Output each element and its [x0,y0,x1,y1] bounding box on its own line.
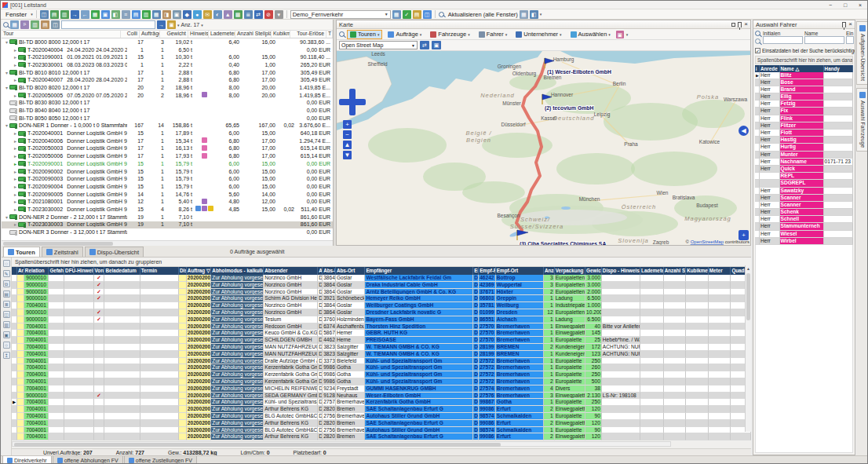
tree-col-7[interactable]: Kubikm... [272,31,290,38]
tree-col-9[interactable]: T [326,31,333,38]
new-icon[interactable]: ◫ [40,10,49,19]
image-icon[interactable]: ▣ [616,31,624,38]
orders-col-dfu[interactable]: DFÜ-Hinweis-Sym [64,267,93,275]
layout-icon[interactable]: ◫ [423,10,432,19]
tree-col-2[interactable]: Aufträge [140,31,160,38]
import-icon[interactable]: → [71,10,79,19]
order-row[interactable]: 70040012020020062Zur Abholung vorgesehen… [12,420,751,427]
driver-col-handy[interactable]: Handy [824,65,853,72]
driver-row[interactable]: HerrHastig [755,137,853,144]
ein-input[interactable] [846,36,854,44]
pan-up-icon[interactable]: ▲ [343,141,352,149]
tree-row[interactable]: ▸T-202005000507.05.2020 07.05.2020 24:00… [2,92,333,100]
order-row[interactable]: 70040012020020079Zur Abholung vorgesehen… [12,302,751,309]
order-row[interactable]: 70040012020020060Zur Abholung vorgesehen… [12,433,751,440]
bottom-tab-direktverkehr[interactable]: Direktverkehr [2,456,52,464]
checkbox-checked-icon[interactable]: ✓ [755,48,760,53]
map-pan-control[interactable] [339,89,366,115]
orders-col-absplz[interactable]: Abs-P [323,267,336,275]
orders-col-verp[interactable]: Verpackung [555,267,585,275]
search-icon[interactable] [339,31,345,37]
tree-row[interactable]: DON-NER 3 Donner - 3 12,000 t 17 Stammfa… [2,228,333,236]
orders-col-em[interactable]: Em [473,267,479,275]
driver-row[interactable]: HerrFetzig [755,100,853,108]
orders-col-empf[interactable]: Empfänger [365,267,473,275]
order-row[interactable]: 70040012020020072Zur Abholung vorgesehen… [12,351,751,358]
orders-col-art[interactable]: Art [17,267,24,275]
copy-icon[interactable]: ⧉ [3,280,10,287]
order-row[interactable]: 70040012020020063Zur Abholung vorgesehen… [12,413,751,420]
tree-filter-input[interactable] [61,20,155,29]
tree-col-5[interactable]: Lademeter [209,31,235,38]
tree-row[interactable]: ▸T-2020040001Donner Logistik GmbH 944DON… [2,130,333,137]
screenshot-icon[interactable]: ▣ [432,41,441,49]
driver-row[interactable]: ▶HerrBlitz [755,72,853,79]
zoom-in-icon[interactable]: + [343,120,352,129]
orders-col-ind[interactable] [12,267,17,275]
order-row[interactable]: 9000010✓2020020082Zur Abholung vorgesehe… [12,282,751,289]
tree-col-1[interactable]: Colli [121,31,140,38]
tree-row[interactable]: BI-TD 8050 8050 12,000 t 170,00 EUR [2,115,333,122]
expand-all-icon[interactable]: ▦ [10,20,19,29]
driver-row[interactable]: SDGREPL [755,180,853,187]
company-icon[interactable]: ◆ [183,10,191,19]
orders-vertical-scrollbar[interactable]: ▲ [745,265,751,432]
order-row[interactable]: 70040012020020068Zur Abholung vorgesehen… [12,378,751,385]
fenster-menu[interactable]: Fenster [3,11,29,18]
edit-icon[interactable]: ✎ [3,270,10,277]
tree-row[interactable]: ▾BI-TD 8020 8020 12,000 t 1720218,96 t8,… [2,84,333,92]
order-row[interactable]: 9000010✓2020020077Zur Abholung vorgesehe… [12,316,751,323]
columns-icon[interactable]: ◫ [51,20,60,29]
window-icon[interactable]: ◫ [3,311,10,318]
tree-row[interactable]: ▸T-2020090004Donner Logistik GmbH 944DON… [2,183,333,191]
driver-row[interactable]: HerrFix [755,108,853,115]
orders-col-eplz[interactable]: Empf-Plz [479,267,496,275]
mail-icon[interactable]: ✉ [203,10,212,19]
tree-row[interactable]: ▸T-2020090003Donner Logistik GmbH 944DON… [2,175,333,183]
driver-row[interactable]: HerrScanner [755,202,853,209]
view-tab-touren[interactable]: Touren [3,247,40,257]
driver-col-anrede[interactable]: Anrede [760,65,780,72]
orders-col-meter[interactable]: Meter [709,267,731,275]
driver-row[interactable]: HerrFlott [755,130,853,137]
map-filter-fahrzeuge[interactable]: Fahrzeuge▾ [427,30,472,39]
group-icon[interactable]: ▥ [31,20,39,29]
tree-col-3[interactable]: Gewicht [160,31,188,38]
tours-icon[interactable]: ▦ [91,10,100,19]
driver-row[interactable]: HerrWiesel [755,231,853,238]
driver-row[interactable]: HerrStammunterneh [755,223,853,230]
tree-col-4[interactable]: Hinweis [188,31,209,38]
chart-icon[interactable]: ▲ [224,10,232,19]
orders-col-auftrag[interactable]: Auftrag ▽ [187,267,212,275]
orders-horizontal-scrollbar[interactable] [12,441,671,447]
driver-row[interactable]: HerrScanner [755,195,853,202]
order-row[interactable]: 70040012020020070Zur Abholung vorgesehen… [12,364,751,371]
orders-col-absort[interactable]: Abs-Ort [336,267,365,275]
driver-icon[interactable]: ▣ [173,10,181,19]
overflow-icon[interactable]: ▾ [275,10,283,19]
panel-icon[interactable]: ◧ [530,10,538,19]
orders-col-abhol[interactable]: Abholmodus - kalkuliert [211,267,264,275]
side-tab-aufgaben-bersicht[interactable]: Aufgaben-Übersicht [856,21,868,85]
link-icon[interactable]: ⇄ [254,10,263,19]
bottom-tab-offene-abholungen-fv[interactable]: offene Abholungen FV [53,456,123,464]
driver-row[interactable]: HerrWirbel [755,238,853,245]
calendar-icon[interactable]: ▤ [132,10,140,19]
print-icon[interactable]: ▥ [3,321,10,328]
map-canvas[interactable]: LeedsSheffieldHamburgBremenGroningenOlde… [337,51,750,245]
list-icon[interactable]: ≣ [3,301,10,308]
advanced-search-icon[interactable] [755,38,760,44]
save-view-icon[interactable]: ▦ [392,10,401,19]
einsatzdaten-checkbox-row[interactable]: ✓ Einsatzdaten bei der Suche berücksicht… [753,46,855,55]
calendar-icon[interactable]: ▤ [41,20,49,29]
driver-row[interactable]: HerrSchnell [755,216,853,223]
phone-icon[interactable]: ◐ [213,10,222,19]
driver-row[interactable]: HerrBrand [755,86,853,93]
toolbar-overflow-icon[interactable]: ▾ [540,12,542,16]
close-icon[interactable]: × [744,21,748,27]
map-add-button[interactable]: + [739,230,749,240]
order-row[interactable]: 70040012020020067Zur Abholung vorgesehen… [12,385,751,393]
maximize-button[interactable]: □ [838,2,852,9]
map-filter-unternehmer[interactable]: Unternehmer▾ [512,30,564,39]
tree-row[interactable]: ▸T-2023030002Donner Logistik GmbH 944DON… [2,206,333,214]
